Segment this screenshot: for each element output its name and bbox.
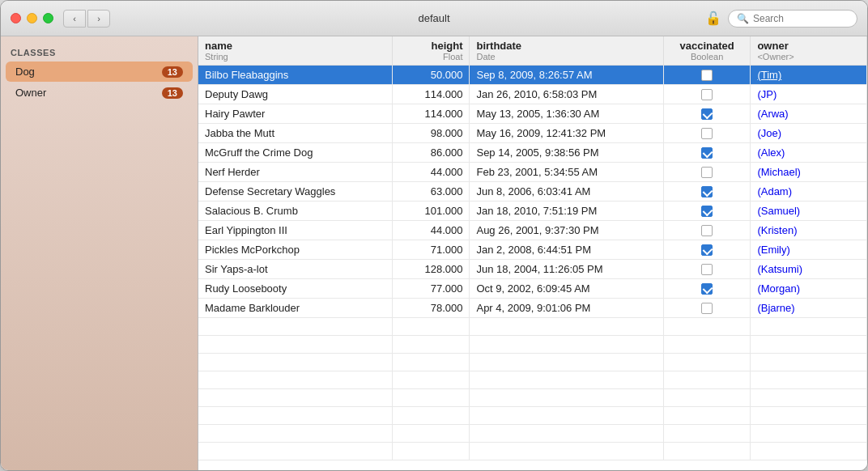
minimize-button[interactable] — [27, 13, 37, 23]
cell-name: Madame Barklouder — [198, 299, 392, 318]
table-row[interactable]: Salacious B. Crumb101.000Jan 18, 2010, 7… — [198, 202, 867, 221]
cell-vaccinated[interactable] — [663, 240, 751, 260]
col-header-birthdate[interactable]: birthdate Date — [470, 36, 663, 66]
maximize-button[interactable] — [43, 13, 53, 23]
empty-row — [198, 407, 867, 425]
table-row[interactable]: Earl Yippington III44.000Aug 26, 2001, 9… — [198, 221, 867, 240]
owner-link[interactable]: (Samuel) — [757, 205, 800, 217]
vaccinated-checkbox[interactable] — [701, 264, 713, 275]
cell-vaccinated[interactable] — [663, 66, 751, 85]
vaccinated-checkbox[interactable] — [701, 147, 713, 159]
owner-link[interactable]: (Morgan) — [757, 282, 800, 295]
cell-name: Defense Secretary Waggles — [198, 182, 392, 202]
vaccinated-checkbox[interactable] — [701, 283, 713, 295]
col-header-owner[interactable]: owner <Owner> — [751, 36, 867, 66]
vaccinated-checkbox[interactable] — [701, 70, 713, 81]
vaccinated-checkbox[interactable] — [701, 186, 713, 197]
search-icon: 🔍 — [737, 13, 749, 24]
cell-vaccinated[interactable] — [663, 85, 751, 104]
cell-vaccinated[interactable] — [663, 260, 751, 279]
table-row[interactable]: Sir Yaps-a-lot128.000Jun 18, 2004, 11:26… — [198, 260, 867, 279]
cell-name: Hairy Pawter — [198, 104, 392, 124]
cell-name: Sir Yaps-a-lot — [198, 260, 392, 279]
close-button[interactable] — [11, 13, 21, 23]
cell-birthdate: May 13, 2005, 1:36:30 AM — [470, 104, 663, 124]
vaccinated-checkbox[interactable] — [701, 303, 713, 314]
cell-birthdate: Sep 14, 2005, 9:38:56 PM — [470, 143, 663, 163]
col-header-name[interactable]: name String — [198, 36, 392, 66]
owner-link[interactable]: (Bjarne) — [757, 302, 794, 314]
cell-owner[interactable]: (Samuel) — [751, 202, 867, 221]
back-button[interactable]: ‹ — [63, 10, 86, 28]
owner-link[interactable]: (JP) — [757, 88, 777, 100]
nav-buttons: ‹ › — [63, 10, 110, 28]
table-row[interactable]: Deputy Dawg114.000Jan 26, 2010, 6:58:03 … — [198, 85, 867, 104]
cell-vaccinated[interactable] — [663, 221, 751, 240]
cell-height: 98.000 — [392, 124, 470, 143]
col-header-vaccinated[interactable]: vaccinated Boolean — [663, 36, 751, 66]
cell-owner[interactable]: (Emily) — [751, 240, 867, 260]
table-row[interactable]: Hairy Pawter114.000May 13, 2005, 1:36:30… — [198, 104, 867, 124]
cell-name: Jabba the Mutt — [198, 124, 392, 143]
owner-link[interactable]: (Tim) — [757, 69, 781, 81]
table-row[interactable]: Bilbo Fleabaggins50.000Sep 8, 2009, 8:26… — [198, 66, 867, 85]
cell-birthdate: Jan 2, 2008, 6:44:51 PM — [470, 240, 663, 260]
table-row[interactable]: Rudy Loosebooty77.000Oct 9, 2002, 6:09:4… — [198, 279, 867, 299]
vaccinated-checkbox[interactable] — [701, 128, 713, 139]
owner-link[interactable]: (Emily) — [757, 244, 789, 256]
table-row[interactable]: Madame Barklouder78.000Apr 4, 2009, 9:01… — [198, 299, 867, 318]
sidebar-item-owner[interactable]: Owner 13 — [6, 83, 193, 103]
table-row[interactable]: Defense Secretary Waggles63.000Jun 8, 20… — [198, 182, 867, 202]
cell-vaccinated[interactable] — [663, 163, 751, 182]
cell-vaccinated[interactable] — [663, 202, 751, 221]
cell-owner[interactable]: (Adam) — [751, 182, 867, 202]
owner-link[interactable]: (Joe) — [757, 127, 781, 139]
vaccinated-checkbox[interactable] — [701, 108, 713, 120]
forward-button[interactable]: › — [87, 10, 110, 28]
table-row[interactable]: Pickles McPorkchop71.000Jan 2, 2008, 6:4… — [198, 240, 867, 260]
cell-height: 77.000 — [392, 279, 470, 299]
cell-owner[interactable]: (Arwa) — [751, 104, 867, 124]
vaccinated-checkbox[interactable] — [701, 89, 713, 100]
table-wrapper[interactable]: name String height Float birthdate Date — [198, 36, 867, 470]
cell-owner[interactable]: (JP) — [751, 85, 867, 104]
lock-icon[interactable]: 🔓 — [705, 11, 721, 26]
cell-vaccinated[interactable] — [663, 279, 751, 299]
empty-row — [198, 336, 867, 354]
table-area: name String height Float birthdate Date — [198, 36, 867, 470]
cell-owner[interactable]: (Bjarne) — [751, 299, 867, 318]
table-row[interactable]: Nerf Herder44.000Feb 23, 2001, 5:34:55 A… — [198, 163, 867, 182]
vaccinated-checkbox[interactable] — [701, 244, 713, 256]
cell-birthdate: Oct 9, 2002, 6:09:45 AM — [470, 279, 663, 299]
sidebar-item-dog[interactable]: Dog 13 — [6, 62, 193, 82]
cell-vaccinated[interactable] — [663, 124, 751, 143]
cell-vaccinated[interactable] — [663, 104, 751, 124]
cell-owner[interactable]: (Alex) — [751, 143, 867, 163]
cell-owner[interactable]: (Joe) — [751, 124, 867, 143]
owner-link[interactable]: (Michael) — [757, 166, 800, 178]
cell-height: 50.000 — [392, 66, 470, 85]
table-row[interactable]: McGruff the Crime Dog86.000Sep 14, 2005,… — [198, 143, 867, 163]
search-input[interactable] — [753, 13, 849, 24]
cell-vaccinated[interactable] — [663, 299, 751, 318]
col-header-height[interactable]: height Float — [392, 36, 470, 66]
cell-owner[interactable]: (Michael) — [751, 163, 867, 182]
search-box[interactable]: 🔍 — [728, 10, 857, 28]
cell-vaccinated[interactable] — [663, 182, 751, 202]
cell-birthdate: May 16, 2009, 12:41:32 PM — [470, 124, 663, 143]
empty-row — [198, 371, 867, 389]
cell-owner[interactable]: (Tim) — [751, 66, 867, 85]
table-row[interactable]: Jabba the Mutt98.000May 16, 2009, 12:41:… — [198, 124, 867, 143]
owner-link[interactable]: (Alex) — [757, 146, 785, 159]
owner-link[interactable]: (Katsumi) — [757, 263, 802, 275]
cell-owner[interactable]: (Morgan) — [751, 279, 867, 299]
cell-owner[interactable]: (Katsumi) — [751, 260, 867, 279]
owner-link[interactable]: (Arwa) — [757, 108, 788, 120]
vaccinated-checkbox[interactable] — [701, 225, 713, 236]
vaccinated-checkbox[interactable] — [701, 206, 713, 217]
vaccinated-checkbox[interactable] — [701, 167, 713, 178]
owner-link[interactable]: (Adam) — [757, 185, 792, 197]
cell-owner[interactable]: (Kristen) — [751, 221, 867, 240]
owner-link[interactable]: (Kristen) — [757, 224, 797, 236]
cell-vaccinated[interactable] — [663, 143, 751, 163]
